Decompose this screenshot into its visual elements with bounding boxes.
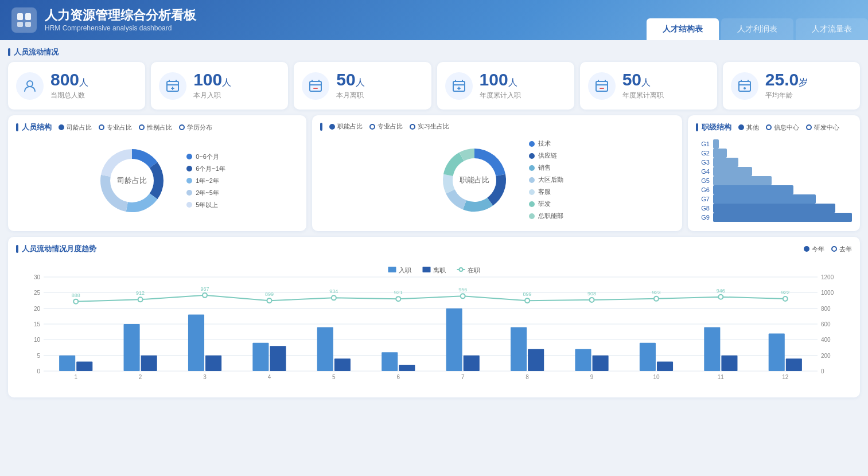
function-header: 职能占比专业占比实习生占比 — [320, 122, 674, 131]
kpi-text-leave_month: 50人 本月离职 — [336, 71, 364, 100]
kpi-label-leave_year: 年度累计离职 — [622, 91, 664, 100]
legend-label: 总职能部 — [538, 212, 563, 220]
radio-dot — [410, 124, 415, 130]
grade-label: G8 — [696, 205, 710, 212]
grade-bar-container — [713, 139, 852, 149]
svg-rect-34 — [59, 356, 75, 371]
trend-radio-0[interactable]: 今年 — [804, 245, 824, 253]
svg-text:2: 2 — [139, 374, 142, 380]
grade-label: G4 — [696, 168, 710, 175]
legend-dot — [529, 189, 535, 195]
kpi-text-total: 800人 当期总人数 — [50, 71, 88, 100]
radio-label: 实习生占比 — [418, 122, 449, 131]
legend-item: 0~6个月 — [186, 153, 225, 161]
radio-label: 研发中心 — [814, 123, 839, 132]
svg-point-73 — [203, 293, 207, 298]
svg-text:15: 15 — [34, 321, 41, 327]
kpi-text-join_month: 100人 本月入职 — [193, 71, 231, 100]
tab-structure[interactable]: 人才结构表 — [647, 18, 719, 40]
svg-rect-68 — [786, 358, 802, 371]
svg-rect-2 — [17, 22, 23, 27]
svg-text:400: 400 — [821, 337, 831, 343]
legend-item: 总职能部 — [529, 212, 563, 220]
kpi-label-leave_month: 本月离职 — [336, 91, 364, 100]
grade-radio-1[interactable]: 信息中心 — [766, 123, 799, 132]
legend-item: 2年~5年 — [186, 189, 225, 197]
function-radio-0[interactable]: 职能占比 — [329, 122, 363, 131]
function-radio-1[interactable]: 专业占比 — [369, 122, 403, 131]
function-radios: 职能占比专业占比实习生占比 — [329, 122, 449, 131]
svg-text:0: 0 — [821, 368, 824, 374]
kpi-value-total: 800人 — [50, 71, 88, 88]
structure-radio-2[interactable]: 性别占比 — [139, 123, 172, 132]
grade-row-G4: G4 — [696, 167, 852, 176]
donut2-area: 职能占比 技术供应链销售大区后勤客服研发总职能部 — [320, 135, 674, 224]
donut-segment — [462, 197, 493, 211]
donut1-label: 司龄占比 — [117, 175, 147, 186]
function-radio-2[interactable]: 实习生占比 — [410, 122, 449, 131]
radio-label: 专业占比 — [107, 123, 132, 132]
svg-text:923: 923 — [652, 290, 660, 295]
svg-text:908: 908 — [587, 291, 596, 296]
radio-label: 信息中心 — [774, 123, 799, 132]
legend-label: 2年~5年 — [196, 189, 219, 197]
svg-rect-49 — [382, 352, 398, 371]
trend-radio-1[interactable]: 去年 — [831, 245, 852, 253]
svg-text:25: 25 — [34, 290, 41, 296]
legend-dot — [529, 165, 535, 171]
svg-point-77 — [332, 295, 336, 300]
radio-dot — [804, 246, 809, 252]
grade-label: G7 — [696, 196, 710, 202]
grade-bar-fill — [713, 139, 719, 149]
grade-bar-fill — [713, 167, 752, 176]
svg-rect-41 — [205, 356, 221, 371]
svg-rect-61 — [640, 343, 656, 371]
kpi-card-avg_age: 25.0岁 平均年龄 — [723, 62, 860, 110]
svg-rect-3 — [25, 22, 31, 27]
middle-section: 人员结构 司龄占比专业占比性别占比学历分布 司龄占比 0~6个月6个月~1年1年… — [8, 115, 860, 231]
legend-item: 5年以上 — [186, 201, 225, 209]
grade-bar-container — [713, 194, 852, 204]
grade-bar-fill — [713, 194, 816, 204]
grade-radio-2[interactable]: 研发中心 — [806, 123, 839, 132]
structure-radio-3[interactable]: 学历分布 — [179, 123, 212, 132]
grade-bar-fill — [713, 158, 738, 167]
function-structure-panel: 职能占比专业占比实习生占比 职能占比 技术供应链销售大区后勤客服研发总职能部 — [312, 115, 682, 231]
kpi-cards-row: 800人 当期总人数 100人 本月入职 50人 本月离职 100人 年度累计入… — [8, 62, 860, 110]
svg-point-79 — [396, 296, 400, 301]
structure-radio-1[interactable]: 专业占比 — [99, 123, 132, 132]
tab-flow[interactable]: 人才流量表 — [796, 18, 868, 40]
svg-text:5: 5 — [37, 353, 40, 359]
grade-bar-container — [713, 149, 852, 158]
svg-rect-56 — [528, 349, 544, 371]
svg-rect-38 — [141, 356, 157, 371]
trend-header: 人员流动情况月度趋势 今年去年 — [16, 244, 852, 254]
svg-rect-6 — [310, 81, 321, 91]
donut2-legend: 技术供应链销售大区后勤客服研发总职能部 — [529, 139, 563, 220]
grade-bars-container: G1 G2 G3 G4 G5 G6 G7 G8 — [696, 137, 852, 224]
kpi-value-leave_month: 50人 — [336, 71, 364, 88]
svg-rect-67 — [769, 333, 785, 371]
svg-text:30: 30 — [34, 274, 41, 280]
radio-dot — [738, 124, 744, 130]
structure-radio-0[interactable]: 司龄占比 — [59, 123, 92, 132]
svg-rect-44 — [270, 346, 286, 371]
svg-text:967: 967 — [201, 286, 209, 292]
grade-radio-0[interactable]: 其他 — [738, 123, 759, 132]
svg-text:899: 899 — [523, 291, 532, 297]
svg-rect-40 — [188, 315, 204, 371]
grade-bar-container — [713, 158, 852, 167]
svg-rect-64 — [704, 327, 720, 371]
trend-svg: 0510152025300200400600800100012001234567… — [16, 259, 852, 393]
legend-item: 研发 — [529, 200, 563, 208]
kpi-icon-join_month — [159, 72, 186, 100]
kpi-card-leave_year: 50人 年度累计离职 — [580, 62, 717, 110]
svg-rect-46 — [317, 327, 333, 371]
trend-section: 人员流动情况月度趋势 今年去年 051015202530020040060080… — [8, 237, 860, 397]
kpi-icon-leave_year — [588, 72, 616, 100]
svg-rect-35 — [76, 362, 92, 371]
svg-point-69 — [73, 299, 78, 304]
legend-item: 6个月~1年 — [186, 165, 225, 173]
grade-bar-fill — [713, 176, 772, 185]
tab-profit[interactable]: 人才利润表 — [721, 18, 793, 40]
